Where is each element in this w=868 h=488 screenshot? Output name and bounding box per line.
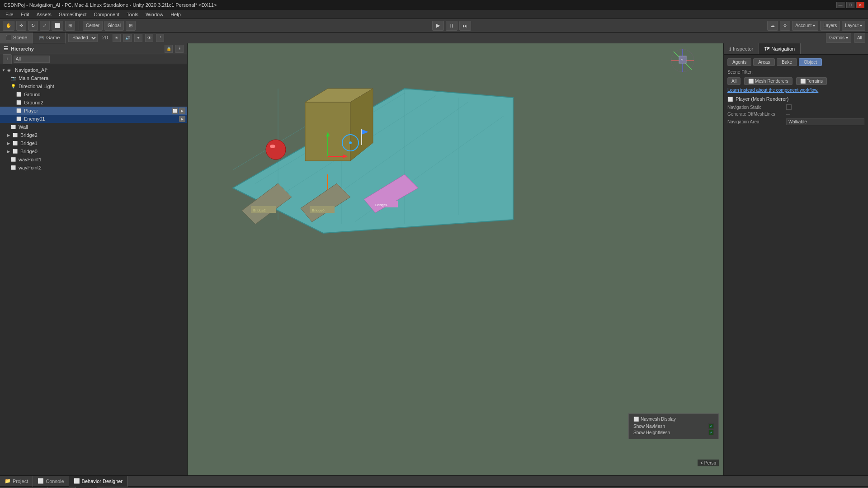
cloud-button[interactable]: ⚙ — [780, 21, 790, 31]
menu-help[interactable]: Help — [167, 10, 184, 19]
behavior-designer-tab[interactable]: ⬜ Behavior Designer — [69, 476, 128, 487]
menu-assets[interactable]: Assets — [33, 10, 55, 19]
scene-gizmo-widget[interactable]: Y — [669, 47, 696, 74]
window-title: CSDNPoj - Navigation_AI - PC, Mac & Linu… — [4, 2, 217, 8]
global-button[interactable]: Global — [104, 21, 124, 31]
scene-viewport[interactable]: Bridge2 Bridge0 Bridge1 Y — [188, 43, 723, 475]
console-tab[interactable]: ⬜ Console — [33, 476, 69, 487]
grid-button[interactable]: ⊞ — [126, 21, 136, 31]
scene-vis-icon[interactable]: 👁 — [145, 34, 153, 42]
nav-area-row: Navigation Area Walkable — [727, 118, 864, 125]
hierarchy-search-input[interactable] — [14, 56, 50, 63]
hierarchy-toolbar: + — [0, 54, 187, 64]
menu-file[interactable]: File — [2, 10, 17, 19]
tree-item-player[interactable]: ⬜ Player ⬜ ▶ — [0, 107, 187, 115]
bridge1-icon: ⬜ — [13, 141, 19, 145]
tree-item-light[interactable]: 💡 Directional Light — [0, 82, 187, 90]
minimize-button[interactable]: — — [836, 2, 844, 8]
persp-label[interactable]: < Persp — [698, 460, 719, 466]
nav-tab-bake[interactable]: Bake — [777, 58, 797, 66]
menu-tools[interactable]: Tools — [123, 10, 142, 19]
player-icon: ⬜ — [16, 108, 23, 113]
scene-extras-icon[interactable]: ⋮ — [156, 34, 164, 42]
nav-area-value: Walkable — [786, 118, 864, 125]
navigation-section: Agents Areas Bake Object Scene Filter: A… — [724, 55, 868, 131]
hierarchy-lock-icon[interactable]: 🔒 — [165, 45, 173, 53]
tool-rect[interactable]: ⬜ — [52, 21, 63, 31]
maximize-button[interactable]: □ — [846, 2, 854, 8]
play-button[interactable]: ▶ — [432, 21, 444, 31]
gizmos-button[interactable]: Gizmos ▾ — [826, 33, 851, 43]
collab-button[interactable]: ☁ — [767, 21, 778, 31]
fx-icon[interactable]: ✦ — [134, 34, 142, 42]
tree-arrow-bridge1: ▶ — [7, 141, 13, 145]
hierarchy-add-btn[interactable]: + — [3, 54, 12, 64]
navmesh-height-label: Show HeightMesh — [633, 430, 670, 435]
nav-tab-agents[interactable]: Agents — [727, 58, 751, 66]
tree-item-bridge2[interactable]: ▶ ⬜ Bridge2 — [0, 131, 187, 139]
game-tab[interactable]: 🎮 Game — [33, 33, 66, 43]
project-tab-icon: 📁 — [5, 478, 11, 484]
menu-window[interactable]: Window — [142, 10, 167, 19]
tool-rotate[interactable]: ↻ — [28, 21, 38, 31]
tree-item-enemy[interactable]: ⬜ Enemy01 ▶ — [0, 115, 187, 123]
search-scene-btn[interactable]: All — [854, 33, 865, 43]
tool-hand[interactable]: ✋ — [3, 21, 14, 31]
inspector-tab-icon: ℹ — [729, 46, 731, 52]
gen-links-label: Generate OffMeshLinks — [727, 112, 786, 117]
scene-tab[interactable]: ⬛ Scene — [0, 33, 33, 43]
tree-item-ground[interactable]: ⬜ Ground — [0, 90, 187, 99]
layout-button[interactable]: Layout ▾ — [842, 21, 865, 31]
pause-button[interactable]: ⏸ — [446, 21, 458, 31]
bridge-label-1: Bridge2 — [253, 208, 266, 212]
lighting-icon[interactable]: ☀ — [113, 34, 121, 42]
navmesh-height-checkbox[interactable]: ✓ — [708, 430, 714, 435]
nav-workflow-link[interactable]: Learn instead about the component workfl… — [727, 88, 864, 93]
project-tab[interactable]: 📁 Project — [0, 476, 33, 487]
tool-move[interactable]: ✛ — [16, 21, 26, 31]
shading-select[interactable]: Shaded — [68, 34, 98, 42]
scene-3d-view[interactable]: Bridge2 Bridge0 Bridge1 Y — [188, 43, 723, 475]
nav-tab-areas[interactable]: Areas — [753, 58, 775, 66]
filter-all-btn[interactable]: All — [727, 77, 741, 85]
enemy-icon: ⬜ — [16, 117, 23, 121]
tree-label-camera: Main Camera — [19, 75, 48, 81]
hierarchy-options-icon[interactable]: ⋮ — [175, 45, 184, 53]
menu-component[interactable]: Component — [90, 10, 123, 19]
account-button[interactable]: Account ▾ — [792, 21, 818, 31]
component-name: Player (Mesh Renderer) — [736, 96, 788, 102]
navmesh-show-checkbox[interactable]: ✓ — [708, 423, 714, 429]
tool-transform[interactable]: ⊞ — [65, 21, 75, 31]
nav-static-checkbox[interactable] — [786, 104, 792, 110]
tree-label-ground2: Ground2 — [24, 100, 43, 105]
tree-item-bridge1[interactable]: ▶ ⬜ Bridge1 — [0, 139, 187, 147]
toolbar: ✋ ✛ ↻ ⤢ ⬜ ⊞ Center Global ⊞ ▶ ⏸ ⏭ ☁ ⚙ Ac… — [0, 19, 868, 33]
menu-edit[interactable]: Edit — [17, 10, 33, 19]
inspector-tab[interactable]: ℹ Inspector — [724, 43, 759, 54]
tool-scale[interactable]: ⤢ — [40, 21, 50, 31]
filter-terrain-btn[interactable]: ⬜ Terrains — [796, 77, 827, 85]
bottom-left-panel: 📁 Project ⬜ Console ⬜ Behavior Designer … — [0, 476, 868, 488]
menu-gameobject[interactable]: GameObject — [55, 10, 90, 19]
tree-item-ground2[interactable]: ⬜ Ground2 — [0, 99, 187, 107]
center-button[interactable]: Center — [83, 21, 103, 31]
close-button[interactable]: ✕ — [856, 2, 864, 8]
player-badge-2: ▶ — [179, 108, 185, 114]
tree-item-camera[interactable]: 📷 Main Camera — [0, 74, 187, 82]
camera-icon: 📷 — [11, 76, 17, 80]
nav-component-row: ⬜ Player (Mesh Renderer) — [727, 96, 864, 102]
audio-icon[interactable]: 🔊 — [123, 34, 132, 42]
tree-item-waypoint2[interactable]: ⬜ wayPoint2 — [0, 164, 187, 172]
step-button[interactable]: ⏭ — [459, 21, 471, 31]
tree-item-scene[interactable]: ▼ ◉ Navigation_AI* — [0, 66, 187, 74]
filter-mesh-btn[interactable]: ⬜ Mesh Renderers — [744, 77, 793, 85]
navigation-tab[interactable]: 🗺 Navigation — [759, 43, 801, 54]
tree-item-wall[interactable]: ⬜ Wall — [0, 123, 187, 131]
navmesh-display-title: ⬜ Navmesh Display — [633, 417, 714, 422]
tree-item-waypoint1[interactable]: ⬜ wayPoint1 — [0, 155, 187, 164]
hierarchy-drag-handle[interactable]: ☰ — [4, 46, 8, 52]
2d-toggle[interactable]: 2D — [100, 34, 110, 42]
tree-item-bridge0[interactable]: ▶ ⬜ Bridge0 — [0, 147, 187, 155]
nav-tab-object[interactable]: Object — [799, 58, 822, 66]
layers-button[interactable]: Layers — [820, 21, 840, 31]
